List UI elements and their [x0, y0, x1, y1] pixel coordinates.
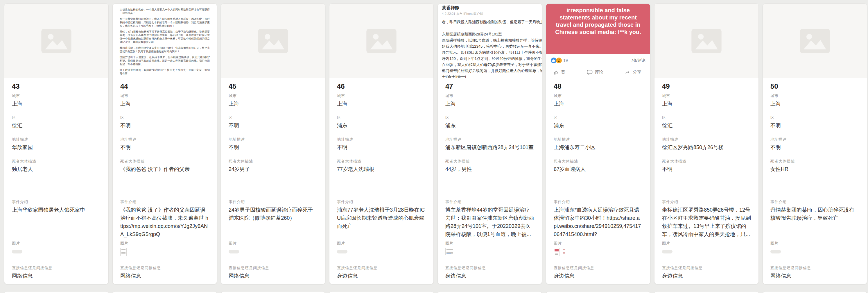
weibo-text-line: 医院采样核酸，以便1号血透，晚上被告知核酸异样，等待转移 [442, 37, 542, 43]
label-intro: 事件介绍 [445, 199, 534, 205]
gallery-card-43[interactable]: 43 城市上海 区徐汇 地址描述华欣家园 死者大体描述独居老人 事件介绍上海华欣… [4, 3, 108, 284]
label-district: 区 [445, 115, 534, 120]
article-paragraph: 医院方也出于人道主义，让妈妈下楼来，但不能穿过隔离线，我们只能“隔线”相望。我们… [120, 56, 210, 66]
weibo-text-line: 东新区唐镇创新西路28弄24号101室 [442, 31, 542, 37]
cover-post-screenshot: irresponsible and false statements about… [546, 4, 650, 78]
value-source: 网络信息 [770, 272, 859, 280]
label-city: 城市 [554, 93, 643, 98]
label-address: 地址描述 [445, 137, 534, 142]
card-number: 49 [662, 82, 751, 91]
gallery-card-45[interactable]: 45 城市上海 区不明 地址描述不明 死者大体描述24岁男子 事件介绍24岁男子… [221, 3, 326, 284]
card-number: 45 [228, 82, 317, 91]
label-intro: 事件介绍 [554, 199, 643, 205]
value-city: 上海 [12, 100, 101, 108]
empty-attachment-pill [12, 250, 22, 254]
label-address: 地址描述 [12, 137, 101, 142]
gallery-card-44[interactable]: 人都没有这样的机会，一个病人需要几十个人的同时帮助和关怀才有可能获得一丝的机会！… [113, 3, 217, 284]
gallery-card-48[interactable]: irresponsible and false statements about… [546, 3, 650, 284]
label-city: 城市 [445, 93, 534, 98]
label-image: 图片 [120, 241, 209, 246]
next-row-card[interactable] [4, 291, 108, 293]
next-row-card[interactable] [546, 291, 650, 293]
label-direct: 直接信息还是间接信息 [554, 265, 643, 271]
value-deceased: 不明 [662, 165, 751, 173]
gallery-card-47[interactable]: 茶香禅静 4-2 22:21 来自 iPhone客户端 者，昨日我投入路浦西核酸… [437, 3, 542, 284]
label-address: 地址描述 [770, 137, 859, 142]
value-deceased: 44岁，男性 [445, 165, 534, 173]
label-intro: 事件介绍 [12, 199, 101, 205]
gallery-card-50[interactable]: 50 城市上海 区不明 地址描述不明 死者大体描述女性HR 事件介绍丹纳赫集团的… [763, 3, 867, 284]
image-placeholder-icon [258, 29, 288, 53]
cover-weibo-screenshot: 茶香禅静 4-2 22:21 来自 iPhone客户端 者，昨日我投入路浦西核酸… [438, 4, 542, 78]
next-row-card[interactable] [654, 291, 759, 293]
value-address: 不明 [770, 143, 859, 151]
value-source: 网络信息 [12, 272, 101, 280]
label-address: 地址描述 [554, 137, 643, 142]
value-intro: 上海浦东*血透病人延误治疗致死且遗体滞留家中约30小时！https://shar… [554, 206, 643, 238]
weibo-text-line: 始我大伯停地电话12345，疾控中心，居委转运车一直不来。永 [442, 43, 542, 50]
value-deceased: 67岁血透病人 [554, 165, 643, 173]
value-address: 不明 [337, 143, 426, 151]
label-address: 地址描述 [337, 137, 426, 142]
value-source: 身边信息 [337, 272, 426, 280]
next-row-card[interactable] [113, 291, 217, 293]
image-placeholder-icon [691, 29, 721, 53]
label-deceased: 死者大体描述 [12, 159, 101, 164]
label-city: 城市 [228, 93, 317, 98]
next-row-card[interactable] [763, 291, 867, 293]
weibo-text-line: 在44岁，我大伯和我大伯母70多岁老来丧子，对于整个事情我不做评价， [442, 62, 542, 68]
weibo-timestamp: 4-2 22:21 来自 iPhone客户端 [442, 11, 542, 16]
value-district: 不明 [120, 121, 209, 129]
surprised-reaction-icon [556, 58, 562, 63]
gallery-card-46[interactable]: 46 城市上海 区浦东 地址描述不明 死者大体描述77岁老人沈瑞根 事件介绍浦东… [329, 3, 434, 284]
article-paragraph: 我四处求助，在我的物业及居委的帮助下得到一张非常紧张的通行证，整个小区就只有三张… [120, 46, 210, 53]
label-district: 区 [120, 115, 209, 120]
label-deceased: 死者大体描述 [554, 159, 643, 164]
weibo-text-line [442, 25, 542, 31]
value-deceased: 独居老人 [12, 165, 101, 173]
value-district: 徐汇 [662, 121, 751, 129]
value-address: 不明 [228, 143, 317, 151]
next-row-card[interactable] [329, 291, 434, 293]
share-action-label: 分享 [633, 69, 642, 75]
label-district: 区 [228, 115, 317, 120]
label-city: 城市 [12, 93, 101, 98]
value-source: 网络信息 [228, 272, 317, 280]
value-address: 浦东新区唐镇创新西路28弄24号101室 [445, 143, 534, 151]
attachment-thumbnail [445, 248, 454, 255]
empty-attachment-pill [662, 250, 673, 254]
article-paragraph: 收下我送来的物资，妈妈就“赶我回去”：快回去！快回去！外面不安全，你别再有事 [120, 68, 210, 75]
comment-action: 评论 [587, 69, 603, 75]
value-address: 上海浦东寿二小区 [554, 143, 643, 151]
gallery-card-49[interactable]: 49 城市上海 区徐汇 地址描述徐汇区罗秀路850弄26号楼 死者大体描述不明 … [654, 3, 759, 284]
value-source: 网络信息 [120, 272, 209, 280]
label-direct: 直接信息还是间接信息 [12, 265, 101, 271]
cover-placeholder [330, 4, 433, 78]
label-city: 城市 [120, 93, 209, 98]
next-row-card[interactable] [437, 291, 542, 293]
thumbs-up-icon [554, 70, 559, 75]
label-image: 图片 [770, 241, 859, 246]
value-intro: 《我的爸爸 没了》作者的父亲因延误治疗而不得不高位截肢，未久遍离世 https:… [120, 206, 209, 238]
empty-attachment-pill [770, 250, 781, 254]
label-address: 地址描述 [228, 137, 317, 142]
card-number: 46 [337, 82, 426, 91]
label-district: 区 [662, 115, 751, 120]
next-row-card[interactable] [221, 291, 326, 293]
label-image: 图片 [12, 241, 101, 246]
value-intro: 博主茶香禅静44岁的堂哥因延误治疗去世：我哥哥家住浦东新区唐镇创新西路28弄24… [445, 206, 534, 238]
cover-placeholder [654, 4, 758, 78]
share-action: 分享 [625, 69, 642, 75]
label-city: 城市 [770, 93, 859, 98]
label-district: 区 [12, 115, 101, 120]
label-deceased: 死者大体描述 [337, 159, 426, 164]
label-direct: 直接信息还是间接信息 [228, 265, 317, 271]
label-direct: 直接信息还是间接信息 [445, 265, 534, 271]
label-deceased: 死者大体描述 [662, 159, 751, 164]
label-direct: 直接信息还是间接信息 [337, 265, 426, 271]
label-deceased: 死者大体描述 [445, 159, 534, 164]
empty-attachment-pill [228, 250, 239, 254]
value-district: 不明 [228, 121, 317, 129]
label-district: 区 [770, 115, 859, 120]
value-source: 身边信息 [662, 272, 751, 280]
